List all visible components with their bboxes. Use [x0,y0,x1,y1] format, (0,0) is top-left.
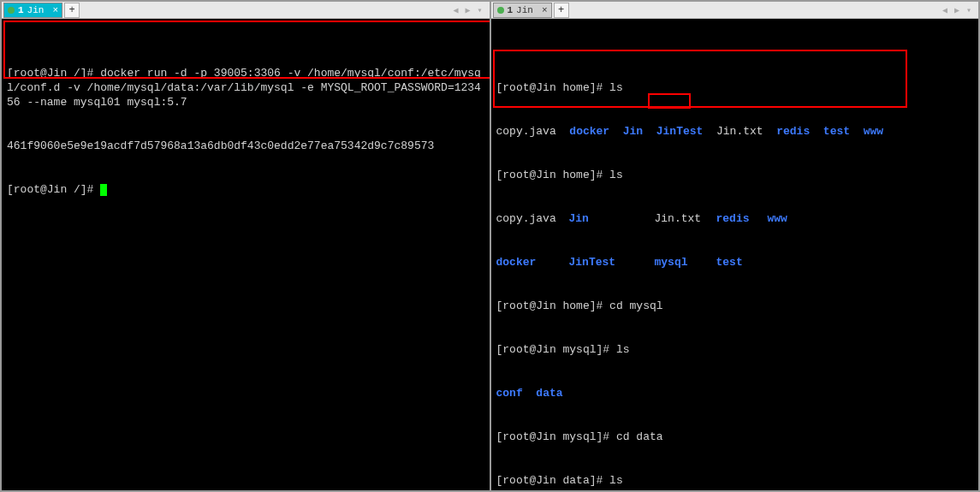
left-tab[interactable]: 1 Jin × [3,3,62,18]
status-dot-icon [8,7,15,14]
nav-prev-icon[interactable]: ◀ [939,4,951,16]
left-terminal[interactable]: [root@Jin /]# docker run -d -p 39005:330… [2,19,490,490]
tab-host: Jin [27,5,45,15]
nav-next-icon[interactable]: ▶ [951,4,963,16]
terminal-line: [root@Jin home]# ls [496,80,974,95]
terminal-line: [root@Jin mysql]# cd data [496,430,974,444]
terminal-line: [root@Jin /]# docker run -d -p 39005:330… [7,66,484,110]
tab-nav: ◀ ▶ ▾ [450,4,486,16]
terminal-line: dockerJinTestmysqltest [496,255,974,270]
tab-number: 1 [18,5,24,15]
nav-prev-icon[interactable]: ◀ [450,4,462,16]
tab-number: 1 [508,5,514,15]
terminal-line: [root@Jin home]# ls [496,168,974,182]
left-pane: 1 Jin × + ◀ ▶ ▾ [root@Jin /]# docker run… [1,1,490,491]
terminal-line: copy.javaJinJin.txtrediswww [496,211,974,226]
terminal-line: conf data [496,386,974,400]
right-terminal[interactable]: [root@Jin home]# ls copy.java docker Jin… [491,19,979,490]
tab-nav: ◀ ▶ ▾ [939,4,975,16]
right-pane: 1 Jin × + ◀ ▶ ▾ [root@Jin home]# ls copy… [490,1,980,491]
status-dot-icon [497,7,504,14]
new-tab-button[interactable]: + [64,3,80,18]
prompt: [root@Jin /]# [7,183,100,196]
highlight-box [493,50,907,108]
terminal-line: [root@Jin home]# cd mysql [496,299,974,313]
new-tab-button[interactable]: + [554,3,569,18]
terminal-line: 461f9060e5e9e19acdf7d57968a13a6db0df43c0… [7,139,484,153]
close-icon[interactable]: × [542,5,548,15]
terminal-line: [root@Jin data]# ls [496,473,974,488]
highlight-box [648,93,691,109]
cursor-icon [100,184,107,196]
terminal-line: [root@Jin mysql]# ls [496,342,974,357]
terminal-line: copy.java docker Jin JinTest Jin.txt red… [496,124,974,139]
split-view: 1 Jin × + ◀ ▶ ▾ [root@Jin /]# docker run… [0,0,980,492]
right-tabbar: 1 Jin × + ◀ ▶ ▾ [491,2,979,19]
nav-next-icon[interactable]: ▶ [462,4,474,16]
nav-dropdown-icon[interactable]: ▾ [963,4,975,16]
tab-host: Jin [516,5,533,15]
terminal-line: [root@Jin /]# [7,182,484,197]
right-tab[interactable]: 1 Jin × [493,3,552,18]
close-icon[interactable]: × [52,5,58,15]
nav-dropdown-icon[interactable]: ▾ [474,4,486,16]
left-tabbar: 1 Jin × + ◀ ▶ ▾ [2,2,490,19]
